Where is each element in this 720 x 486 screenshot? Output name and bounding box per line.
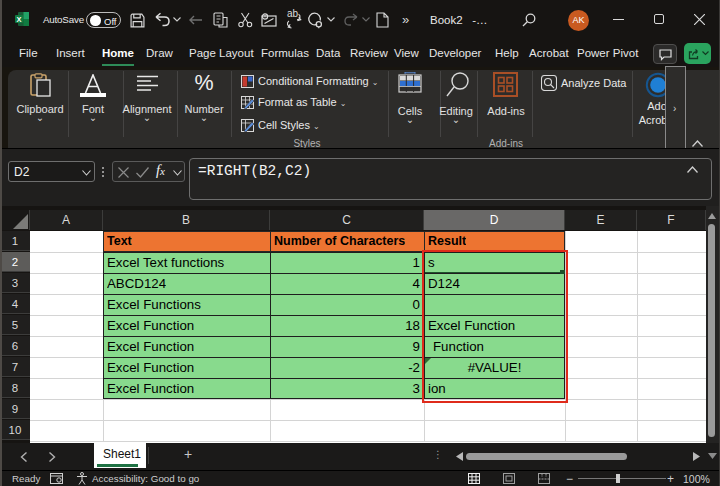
svg-text:X: X — [16, 15, 21, 24]
